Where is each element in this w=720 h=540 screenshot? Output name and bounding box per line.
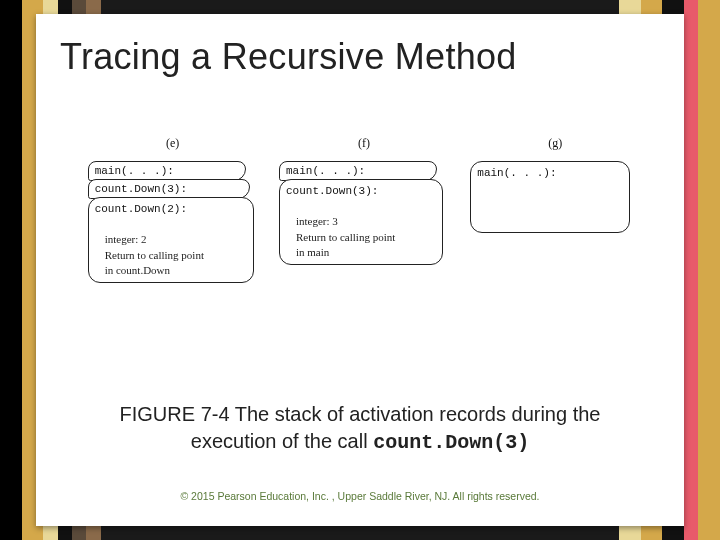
figure-area: (e) main(. . .): count.Down(3): count.Do… bbox=[84, 136, 644, 311]
copyright: © 2015 Pearson Education, Inc. , Upper S… bbox=[36, 490, 684, 502]
frame-cd3: count.Down(3): bbox=[88, 179, 250, 199]
frame-main: main(. . .): bbox=[88, 161, 246, 181]
frame-text: Return to calling point bbox=[105, 249, 204, 261]
frame-main: main(. . .): bbox=[279, 161, 437, 181]
column-label: (g) bbox=[548, 136, 562, 151]
frame-text: main(. . .): bbox=[95, 165, 174, 177]
stack-column-g: (g) main(. . .): bbox=[467, 136, 644, 311]
caption-code: count.Down(3) bbox=[373, 431, 529, 454]
frame-main: main(. . .): bbox=[470, 161, 630, 233]
stack-column-e: (e) main(. . .): count.Down(3): count.Do… bbox=[84, 136, 261, 311]
frame-text: count.Down(3): bbox=[95, 183, 187, 195]
frame-text: main(. . .): bbox=[286, 165, 365, 177]
frame-text: integer: 2 bbox=[105, 233, 147, 245]
column-label: (e) bbox=[166, 136, 179, 151]
frame-stack: main(. . .): count.Down(3): count.Down(2… bbox=[88, 161, 258, 311]
frame-stack: main(. . .): count.Down(3): integer: 3 R… bbox=[279, 161, 449, 311]
frame-cd3: count.Down(3): integer: 3 Return to call… bbox=[279, 179, 443, 265]
stack-column-f: (f) main(. . .): count.Down(3): integer:… bbox=[275, 136, 452, 311]
caption-line2-pre: execution of the call bbox=[191, 430, 373, 452]
frame-text: integer: 3 bbox=[296, 215, 338, 227]
frame-text: main(. . .): bbox=[477, 167, 556, 179]
frame-text: count.Down(2): bbox=[95, 203, 187, 215]
slide: Tracing a Recursive Method (e) main(. . … bbox=[36, 14, 684, 526]
caption-line1: FIGURE 7-4 The stack of activation recor… bbox=[120, 403, 601, 425]
column-label: (f) bbox=[358, 136, 370, 151]
frame-text: in main bbox=[296, 246, 329, 258]
frame-stack: main(. . .): bbox=[470, 161, 640, 311]
frame-text: count.Down(3): bbox=[286, 185, 378, 197]
frame-text: Return to calling point bbox=[296, 231, 395, 243]
slide-title: Tracing a Recursive Method bbox=[36, 14, 684, 88]
frame-text: in count.Down bbox=[105, 264, 170, 276]
figure-caption: FIGURE 7-4 The stack of activation recor… bbox=[76, 401, 644, 456]
frame-cd2: count.Down(2): integer: 2 Return to call… bbox=[88, 197, 254, 283]
